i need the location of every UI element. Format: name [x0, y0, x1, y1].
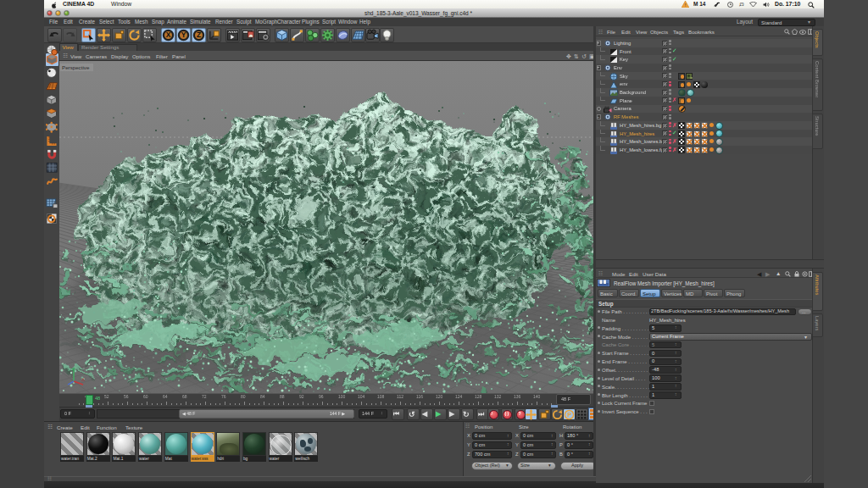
svg-text:Y: Y [181, 30, 186, 39]
svg-text:Y: Y [71, 367, 75, 372]
svg-text:X: X [81, 377, 85, 382]
svg-text:Z: Z [197, 30, 201, 39]
svg-text:P: P [567, 411, 571, 419]
svg-text:X: X [166, 30, 171, 39]
